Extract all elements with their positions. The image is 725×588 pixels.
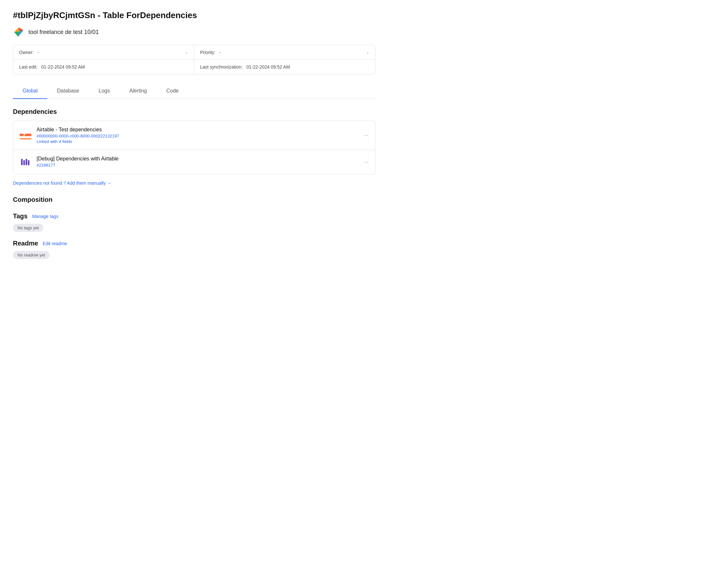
tab-code[interactable]: Code <box>157 83 188 99</box>
svg-text:Z: Z <box>22 132 26 139</box>
readme-title: Readme <box>13 240 38 247</box>
dep1-name: Airtable - Test dependencies <box>37 127 363 133</box>
dependencies-section: Dependencies Z Airtable - Test dependenc… <box>13 108 376 196</box>
dep1-arrow-icon: → <box>363 132 369 139</box>
project-name: tool freelance de test 10/01 <box>28 29 99 36</box>
owner-chevron-icon: ⌄ <box>185 50 188 55</box>
owner-label: Owner: - <box>19 50 39 55</box>
page-title: #tblPjZjbyRCjmtGSn - Table ForDependenci… <box>13 10 376 20</box>
no-tags-badge: No tags yet <box>13 224 43 232</box>
svg-rect-9 <box>23 160 25 165</box>
readme-section: Readme Edit readme No readme yet <box>13 240 376 259</box>
svg-marker-0 <box>14 27 19 32</box>
tags-section: Tags Manage tags No tags yet <box>13 212 376 232</box>
tags-header: Tags Manage tags <box>13 212 376 220</box>
priority-chevron-icon: ⌄ <box>366 50 369 55</box>
tab-bar: Global Database Logs Alerting Code <box>13 83 376 99</box>
tab-database[interactable]: Database <box>47 83 89 99</box>
tags-title: Tags <box>13 212 27 220</box>
dep2-hash: #2188177 <box>37 163 363 168</box>
svg-rect-7 <box>20 138 32 140</box>
priority-selector[interactable]: Priority: - ⌄ <box>194 45 375 60</box>
meta-info-grid: Owner: - ⌄ Priority: - ⌄ Last edit: 01-2… <box>13 45 376 75</box>
svg-rect-8 <box>21 159 23 165</box>
project-logo-icon <box>13 26 25 38</box>
dependencies-list: Z Airtable - Test dependencies #00000000… <box>13 121 376 174</box>
composition-title: Composition <box>13 196 376 204</box>
priority-label: Priority: - <box>200 50 221 55</box>
airtable-icon: Z <box>20 130 32 141</box>
composition-section: Composition <box>13 196 376 204</box>
svg-rect-10 <box>25 159 27 165</box>
tab-logs[interactable]: Logs <box>89 83 120 99</box>
last-edit-cell: Last edit: 01-22-2024 09:52 AM <box>13 60 194 74</box>
add-manually-link[interactable]: Dependencies not found ? Add them manual… <box>13 181 111 186</box>
dep1-linked: Linked with 4 fields <box>37 139 363 144</box>
dependency-item-make[interactable]: [Debug] Dependencies with Airtable #2188… <box>13 150 375 174</box>
readme-header: Readme Edit readme <box>13 240 376 247</box>
dep1-hash: #00000000-0000-c000-8000-000222132197 <box>37 133 363 139</box>
dep2-info: [Debug] Dependencies with Airtable #2188… <box>37 156 363 168</box>
last-sync-cell: Last synchronization: 01-22-2024 09:52 A… <box>194 60 375 74</box>
dep1-info: Airtable - Test dependencies #00000000-0… <box>37 127 363 144</box>
dependency-item-airtable[interactable]: Z Airtable - Test dependencies #00000000… <box>13 121 375 150</box>
manage-tags-link[interactable]: Manage tags <box>32 214 58 219</box>
make-icon <box>20 156 32 168</box>
tab-alerting[interactable]: Alerting <box>119 83 156 99</box>
tab-global[interactable]: Global <box>13 83 47 99</box>
svg-rect-11 <box>28 160 29 165</box>
owner-selector[interactable]: Owner: - ⌄ <box>13 45 194 60</box>
project-header: tool freelance de test 10/01 <box>13 26 376 38</box>
dependencies-title: Dependencies <box>13 108 376 115</box>
dep2-name: [Debug] Dependencies with Airtable <box>37 156 363 162</box>
dep2-arrow-icon: → <box>363 159 369 166</box>
no-readme-badge: No readme yet <box>13 251 49 259</box>
edit-readme-link[interactable]: Edit readme <box>43 241 67 246</box>
